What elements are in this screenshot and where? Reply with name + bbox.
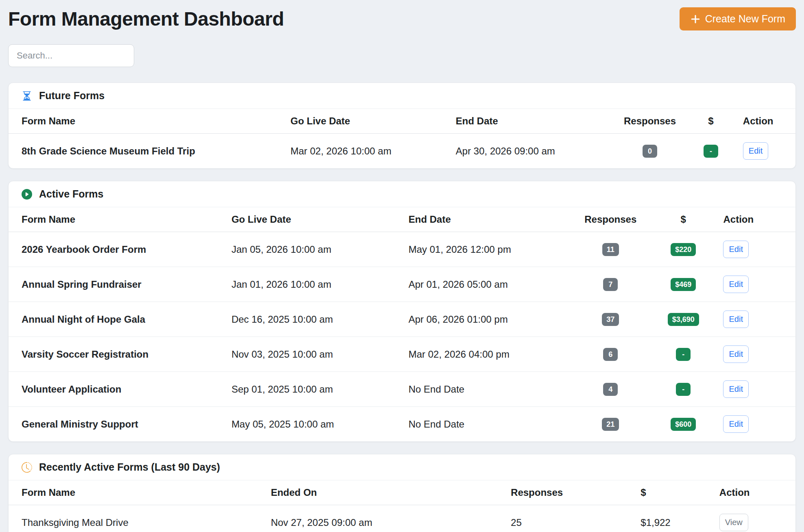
go-live-date-cell: Jan 01, 2026 10:00 am — [225, 267, 402, 302]
table-header-row: Form Name Go Live Date End Date Response… — [9, 207, 795, 232]
responses-badge: 4 — [603, 383, 618, 396]
column-header-responses: Responses — [504, 480, 634, 505]
ended-on-cell: Nov 27, 2025 09:00 am — [264, 505, 504, 532]
create-new-form-button[interactable]: Create New Form — [680, 7, 796, 30]
column-header-form-name: Form Name — [9, 109, 284, 134]
table-row: Annual Night of Hope Gala Dec 16, 2025 1… — [9, 302, 795, 337]
recently-active-forms-table: Form Name Ended On Responses $ Action Th… — [9, 480, 795, 532]
responses-badge: 0 — [643, 145, 657, 158]
table-header-row: Form Name Go Live Date End Date Response… — [9, 109, 795, 134]
edit-button[interactable]: Edit — [723, 311, 748, 328]
column-header-end-date: End Date — [449, 109, 614, 134]
table-row: Varsity Soccer Registration Nov 03, 2025… — [9, 337, 795, 372]
amount-badge: $469 — [671, 278, 696, 291]
column-header-amount: $ — [650, 207, 717, 232]
active-forms-table: Form Name Go Live Date End Date Response… — [9, 207, 795, 441]
clock-history-icon — [22, 462, 32, 473]
responses-badge: 37 — [602, 313, 619, 326]
future-forms-card: Future Forms Form Name Go Live Date End … — [8, 83, 796, 169]
edit-button[interactable]: Edit — [743, 142, 768, 160]
table-header-row: Form Name Ended On Responses $ Action — [9, 480, 795, 505]
column-header-action: Action — [717, 207, 795, 232]
page: Form Management Dashboard Create New For… — [8, 7, 796, 532]
column-header-responses: Responses — [614, 109, 685, 134]
responses-badge: 7 — [603, 278, 618, 291]
future-forms-header: Future Forms — [9, 83, 795, 109]
hourglass-icon — [22, 91, 32, 101]
edit-button[interactable]: Edit — [723, 241, 748, 258]
column-header-end-date: End Date — [402, 207, 571, 232]
edit-button[interactable]: Edit — [723, 380, 748, 398]
table-row: Annual Spring Fundraiser Jan 01, 2026 10… — [9, 267, 795, 302]
recently-active-forms-header: Recently Active Forms (Last 90 Days) — [9, 454, 795, 480]
amount-cell: $1,922 — [634, 505, 713, 532]
edit-button[interactable]: Edit — [723, 345, 748, 363]
column-header-go-live-date: Go Live Date — [284, 109, 449, 134]
table-row: Thanksgiving Meal Drive Nov 27, 2025 09:… — [9, 505, 795, 532]
responses-badge: 11 — [602, 243, 619, 256]
go-live-date-cell: Jan 05, 2026 10:00 am — [225, 232, 402, 267]
edit-button[interactable]: Edit — [723, 276, 748, 293]
form-name-cell: Varsity Soccer Registration — [9, 337, 225, 372]
section-title: Recently Active Forms (Last 90 Days) — [39, 461, 220, 473]
amount-badge: - — [676, 348, 691, 361]
column-header-form-name: Form Name — [9, 207, 225, 232]
header: Form Management Dashboard Create New For… — [8, 7, 796, 30]
amount-badge: - — [704, 145, 718, 158]
form-name-cell: Thanksgiving Meal Drive — [9, 505, 264, 532]
form-name-cell: Annual Night of Hope Gala — [9, 302, 225, 337]
end-date-cell: May 01, 2026 12:00 pm — [402, 232, 571, 267]
future-forms-table: Form Name Go Live Date End Date Response… — [9, 109, 795, 168]
amount-badge: $600 — [671, 418, 696, 431]
table-row: General Ministry Support May 05, 2025 10… — [9, 407, 795, 442]
column-header-responses: Responses — [571, 207, 650, 232]
create-new-form-label: Create New Form — [705, 13, 785, 25]
table-row: 8th Grade Science Museum Field Trip Mar … — [9, 134, 795, 169]
active-forms-card: Active Forms Form Name Go Live Date End … — [8, 181, 796, 442]
column-header-form-name: Form Name — [9, 480, 264, 505]
form-name-cell: Annual Spring Fundraiser — [9, 267, 225, 302]
table-row: Volunteer Application Sep 01, 2025 10:00… — [9, 372, 795, 407]
column-header-action: Action — [713, 480, 795, 505]
column-header-action: Action — [736, 109, 795, 134]
form-name-cell: General Ministry Support — [9, 407, 225, 442]
go-live-date-cell: Sep 01, 2025 10:00 am — [225, 372, 402, 407]
recently-active-forms-card: Recently Active Forms (Last 90 Days) For… — [8, 454, 796, 532]
responses-badge: 6 — [603, 348, 618, 361]
go-live-date-cell: Nov 03, 2025 10:00 am — [225, 337, 402, 372]
end-date-cell: Apr 06, 2026 01:00 pm — [402, 302, 571, 337]
end-date-cell: No End Date — [402, 372, 571, 407]
go-live-date-cell: Dec 16, 2025 10:00 am — [225, 302, 402, 337]
table-row: 2026 Yearbook Order Form Jan 05, 2026 10… — [9, 232, 795, 267]
go-live-date-cell: May 05, 2025 10:00 am — [225, 407, 402, 442]
amount-badge: - — [676, 383, 691, 396]
edit-button[interactable]: Edit — [723, 415, 748, 433]
view-button[interactable]: View — [719, 514, 748, 531]
search-input[interactable] — [8, 44, 134, 67]
end-date-cell: Apr 30, 2026 09:00 am — [449, 134, 614, 169]
section-title: Future Forms — [39, 90, 105, 102]
page-title: Form Management Dashboard — [8, 8, 284, 30]
amount-badge: $220 — [671, 243, 696, 256]
column-header-amount: $ — [634, 480, 713, 505]
end-date-cell: No End Date — [402, 407, 571, 442]
column-header-ended-on: Ended On — [264, 480, 504, 505]
responses-badge: 21 — [602, 418, 619, 431]
active-forms-header: Active Forms — [9, 181, 795, 207]
play-circle-icon — [22, 189, 32, 200]
form-name-cell: Volunteer Application — [9, 372, 225, 407]
section-title: Active Forms — [39, 188, 103, 200]
column-header-go-live-date: Go Live Date — [225, 207, 402, 232]
column-header-amount: $ — [685, 109, 736, 134]
go-live-date-cell: Mar 02, 2026 10:00 am — [284, 134, 449, 169]
form-name-cell: 8th Grade Science Museum Field Trip — [9, 134, 284, 169]
end-date-cell: Apr 01, 2026 05:00 am — [402, 267, 571, 302]
form-name-cell: 2026 Yearbook Order Form — [9, 232, 225, 267]
plus-icon — [690, 14, 701, 24]
amount-badge: $3,690 — [668, 313, 699, 326]
responses-cell: 25 — [504, 505, 634, 532]
end-date-cell: Mar 02, 2026 04:00 pm — [402, 337, 571, 372]
